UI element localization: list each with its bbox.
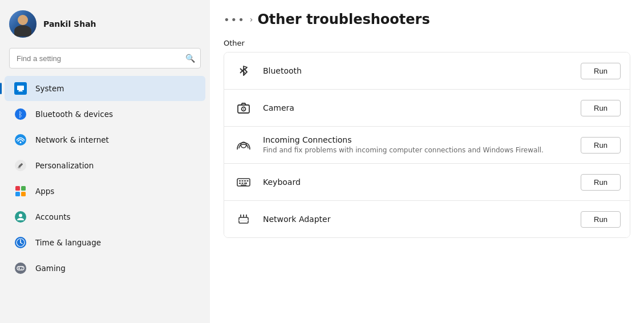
troubleshooter-network-adapter: Network Adapter Run <box>224 201 630 237</box>
user-name: Pankil Shah <box>43 19 96 29</box>
svg-rect-34 <box>242 183 244 184</box>
breadcrumb-arrow: › <box>250 15 253 24</box>
troubleshooter-bluetooth: Bluetooth Run <box>224 53 630 90</box>
svg-point-22 <box>22 267 23 268</box>
troubleshooter-list: Bluetooth Run Camera Run <box>224 52 630 238</box>
incoming-item-desc: Find and fix problems with incoming comp… <box>263 146 572 155</box>
svg-rect-10 <box>21 186 26 191</box>
main-content: ••• › Other troubleshooters Other Blueto… <box>210 0 644 323</box>
svg-rect-8 <box>18 167 21 168</box>
sidebar-item-network[interactable]: Network & internet <box>5 127 205 152</box>
sidebar-item-gaming[interactable]: Gaming <box>5 256 205 281</box>
svg-rect-0 <box>17 86 24 90</box>
svg-rect-42 <box>240 215 241 216</box>
sidebar-item-personalization-label: Personalization <box>35 161 94 170</box>
bluetooth-devices-icon: ᛒ <box>14 107 27 121</box>
svg-text:ᛒ: ᛒ <box>18 110 23 119</box>
personalization-icon <box>14 159 27 172</box>
bluetooth-item-text: Bluetooth <box>263 66 572 75</box>
network-adapter-item-text: Network Adapter <box>263 215 572 224</box>
avatar <box>9 10 37 38</box>
incoming-connections-icon <box>233 135 254 155</box>
svg-rect-12 <box>21 192 26 196</box>
bluetooth-run-button[interactable]: Run <box>581 63 621 79</box>
svg-rect-11 <box>15 192 20 196</box>
search-icon: 🔍 <box>185 54 195 63</box>
sidebar-item-apps[interactable]: Apps <box>5 179 205 204</box>
incoming-run-button[interactable]: Run <box>581 137 621 154</box>
nav-list: System ᛒ Bluetooth & devices <box>0 75 210 323</box>
network-adapter-item-name: Network Adapter <box>263 215 572 224</box>
troubleshooter-keyboard: Keyboard Run <box>224 164 630 201</box>
svg-rect-29 <box>239 180 241 181</box>
sidebar-item-bluetooth-label: Bluetooth & devices <box>35 110 113 119</box>
sidebar-item-network-label: Network & internet <box>35 135 109 144</box>
svg-rect-35 <box>244 183 247 184</box>
network-icon <box>14 133 27 147</box>
section-label: Other <box>224 39 630 47</box>
bluetooth-icon <box>233 60 254 81</box>
svg-rect-1 <box>19 90 22 91</box>
svg-point-14 <box>19 214 22 217</box>
svg-point-19 <box>15 263 26 274</box>
apps-icon <box>14 184 27 198</box>
svg-rect-2 <box>18 91 23 92</box>
keyboard-icon <box>233 172 254 192</box>
system-icon <box>14 82 27 95</box>
page-title: Other troubleshooters <box>257 11 430 27</box>
incoming-item-name: Incoming Connections <box>263 135 572 144</box>
keyboard-item-text: Keyboard <box>263 177 572 187</box>
svg-point-6 <box>20 142 22 143</box>
keyboard-item-name: Keyboard <box>263 177 572 187</box>
search-input[interactable] <box>9 48 201 68</box>
camera-item-text: Camera <box>263 103 572 112</box>
sidebar-item-accounts[interactable]: Accounts <box>5 204 205 229</box>
svg-rect-43 <box>243 215 244 216</box>
incoming-item-text: Incoming Connections Find and fix proble… <box>263 135 572 155</box>
camera-item-name: Camera <box>263 103 572 112</box>
svg-rect-44 <box>246 215 247 216</box>
svg-rect-33 <box>239 183 241 184</box>
sidebar-item-gaming-label: Gaming <box>35 264 66 273</box>
troubleshooter-incoming: Incoming Connections Find and fix proble… <box>224 127 630 164</box>
svg-rect-36 <box>241 185 246 186</box>
svg-rect-30 <box>242 180 244 181</box>
camera-icon <box>233 98 254 118</box>
svg-rect-38 <box>239 220 248 221</box>
sidebar-item-time[interactable]: Time & language <box>5 230 205 255</box>
user-profile[interactable]: Pankil Shah <box>0 0 210 46</box>
sidebar-item-accounts-label: Accounts <box>35 212 71 221</box>
svg-rect-9 <box>15 186 20 191</box>
bluetooth-item-name: Bluetooth <box>263 66 572 75</box>
sidebar-item-system-label: System <box>35 84 64 93</box>
svg-rect-31 <box>244 180 246 181</box>
gaming-icon <box>14 261 27 275</box>
camera-run-button[interactable]: Run <box>581 100 621 116</box>
sidebar-item-personalization[interactable]: Personalization <box>5 153 205 178</box>
keyboard-run-button[interactable]: Run <box>581 174 621 191</box>
breadcrumb-dots[interactable]: ••• <box>224 14 245 26</box>
svg-point-23 <box>21 268 22 269</box>
network-adapter-run-button[interactable]: Run <box>581 211 621 228</box>
svg-rect-32 <box>247 180 249 181</box>
svg-point-26 <box>243 108 244 110</box>
accounts-icon <box>14 210 27 224</box>
page-header: ••• › Other troubleshooters <box>224 11 630 27</box>
sidebar-item-apps-label: Apps <box>35 187 54 196</box>
sidebar-item-bluetooth[interactable]: ᛒ Bluetooth & devices <box>5 102 205 127</box>
time-icon <box>14 236 27 249</box>
sidebar-item-system[interactable]: System <box>5 76 205 101</box>
sidebar: Pankil Shah 🔍 System <box>0 0 210 323</box>
search-box[interactable]: 🔍 <box>9 48 201 68</box>
troubleshooter-camera: Camera Run <box>224 90 630 127</box>
sidebar-item-time-label: Time & language <box>35 238 101 247</box>
network-adapter-icon <box>233 209 254 229</box>
